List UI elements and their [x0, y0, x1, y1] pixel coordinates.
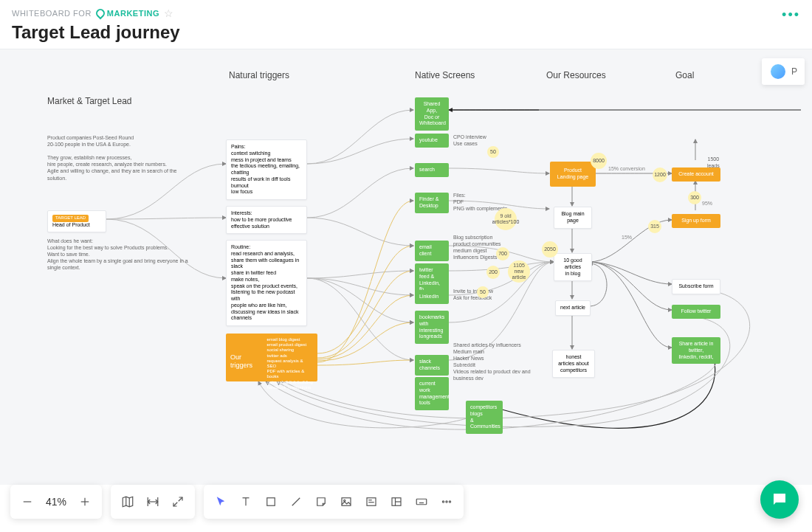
screen-competitors[interactable]: competitors blogs & Communities — [466, 401, 503, 434]
metric-200: 200 — [486, 266, 500, 279]
our-triggers-list: email blog digest email product digest s… — [266, 337, 313, 390]
pains-card[interactable]: Pains: context switching mess in project… — [226, 139, 307, 200]
goal-subscribe[interactable]: Subscribe form — [672, 279, 720, 294]
good-articles-card[interactable]: 10 good articles in blog — [554, 253, 592, 281]
metric-new-article: 1105 new article — [508, 260, 530, 283]
metric-1200: 1200 — [653, 167, 667, 182]
chat-fab[interactable] — [760, 480, 799, 519]
persona-market-text: Product companies Post-Seed Round 20-100… — [47, 134, 195, 182]
edge-label-95: 95% — [702, 201, 712, 206]
svg-line-9 — [173, 502, 177, 506]
fit-width-button[interactable] — [140, 489, 165, 514]
svg-rect-12 — [267, 498, 275, 506]
svg-line-13 — [292, 498, 300, 506]
goal-follow-twitter[interactable]: Follow twitter — [672, 305, 720, 319]
screen-finder[interactable]: Finder & Desktop — [415, 193, 449, 213]
persona-tag: TARGET LEAD — [52, 215, 89, 222]
sticky-note-tool[interactable] — [309, 489, 334, 514]
screen-tools[interactable]: current work management tools — [415, 377, 449, 410]
next-article-card[interactable]: next article — [555, 300, 591, 316]
keyboard-shortcuts-button[interactable] — [409, 489, 434, 514]
screen-youtube-side: CPO interview Use cases — [453, 134, 486, 147]
svg-rect-22 — [416, 499, 427, 505]
zoom-level[interactable]: 41% — [40, 496, 72, 508]
metric-700: 700 — [496, 247, 509, 260]
svg-point-27 — [442, 501, 444, 502]
zoom-group: 41% — [10, 485, 102, 519]
breadcrumb: WHITEBOARD FOR MARKETING ☆ — [12, 7, 800, 19]
workspace-link[interactable]: MARKETING — [96, 9, 159, 18]
screen-linkedin[interactable]: Linkedin — [415, 290, 449, 304]
card-tool[interactable] — [359, 489, 384, 514]
column-header-screens: Native Screens — [415, 70, 475, 80]
blog-main-card[interactable]: Blog main page — [554, 207, 592, 229]
line-tool[interactable] — [283, 489, 309, 514]
screen-email-side: Blog subscription product communities me… — [453, 234, 501, 260]
zoom-in-button[interactable] — [72, 489, 97, 514]
persona-card[interactable]: TARGET LEAD Head of Product — [47, 210, 106, 232]
metric-315: 315 — [648, 220, 661, 233]
svg-rect-16 — [367, 498, 376, 506]
tools-group — [204, 485, 464, 519]
metric-50b: 50 — [477, 286, 489, 298]
screen-slack[interactable]: slack channels — [415, 355, 449, 376]
more-tools-button[interactable] — [434, 489, 459, 514]
goal-share[interactable]: Share article in twitter, linkedin, redd… — [672, 337, 720, 364]
honest-articles-card[interactable]: honest articles about competitors — [552, 350, 595, 378]
svg-rect-14 — [342, 498, 351, 506]
interests-card[interactable]: Interests: how to be more productive eff… — [226, 206, 307, 234]
map-view-button[interactable] — [115, 489, 140, 514]
svg-point-29 — [449, 501, 450, 502]
screen-finder-side: Files: PDF PNG with complements — [453, 192, 507, 212]
svg-point-28 — [446, 501, 447, 502]
app-header: WHITEBOARD FOR MARKETING ☆ Target Lead j… — [0, 0, 812, 49]
favorite-star-icon[interactable]: ☆ — [164, 7, 174, 19]
routine-card[interactable]: Routine: read research and analysis, sha… — [226, 240, 307, 326]
persona-want-text: What does he want: Looking for the best … — [47, 238, 195, 271]
more-menu-icon[interactable]: ••• — [782, 7, 800, 23]
image-tool[interactable] — [334, 489, 359, 514]
avatar-icon — [769, 63, 787, 80]
metric-2050: 2050 — [542, 241, 558, 258]
svg-line-8 — [179, 497, 182, 501]
our-triggers-title: Our triggers — [230, 337, 262, 370]
text-tool[interactable] — [233, 489, 258, 514]
chat-icon — [771, 491, 788, 508]
metric-50a: 50 — [487, 146, 499, 158]
fullscreen-button[interactable] — [165, 489, 190, 514]
screen-slack-side: Shared articles by influencers Medium ma… — [453, 342, 542, 382]
screen-shared[interactable]: Shared App, Doc or Whiteboard — [415, 97, 449, 131]
goal-create-account[interactable]: Create account — [672, 167, 720, 182]
shape-tool[interactable] — [258, 489, 283, 514]
our-triggers-card[interactable]: Our triggers email blog digest email pro… — [226, 334, 317, 381]
edge-label-15: 15% — [622, 235, 632, 240]
metric-8000: 8000 — [591, 153, 607, 169]
screen-search[interactable]: search — [415, 163, 449, 177]
screen-youtube[interactable]: youtube — [415, 134, 449, 148]
presence-box[interactable]: P — [762, 58, 805, 85]
template-tool[interactable] — [384, 489, 409, 514]
breadcrumb-label: WHITEBOARD FOR — [12, 9, 92, 18]
whiteboard-canvas[interactable]: Market & Target Lead Natural triggers Na… — [0, 49, 812, 485]
screen-bookmarks[interactable]: bookmarks with interesting longreads — [415, 311, 449, 344]
metric-300: 300 — [688, 191, 701, 204]
page-title: Target Lead journey — [12, 22, 800, 43]
workspace-pin-icon — [94, 7, 106, 20]
persona-role: Head of Product — [52, 222, 90, 227]
bottom-toolbar: 41% — [10, 485, 464, 519]
goal-signup-form[interactable]: Sign up form — [672, 214, 720, 228]
column-header-market: Market & Target Lead — [47, 96, 132, 106]
avatar-initial: P — [791, 66, 797, 77]
zoom-out-button[interactable] — [15, 489, 40, 514]
column-header-resources: Our Resources — [546, 70, 606, 80]
cursor-tool[interactable] — [208, 489, 233, 514]
metric-old-articles: 9 old articles*100 — [495, 208, 517, 230]
landing-page-card[interactable]: Product Landing page — [550, 162, 596, 187]
edge-label-conversion: 15% conversion — [608, 166, 645, 171]
screen-email[interactable]: email client — [415, 241, 449, 261]
column-header-triggers: Natural triggers — [229, 70, 289, 80]
column-header-goal: Goal — [675, 70, 694, 80]
view-group — [111, 485, 195, 519]
